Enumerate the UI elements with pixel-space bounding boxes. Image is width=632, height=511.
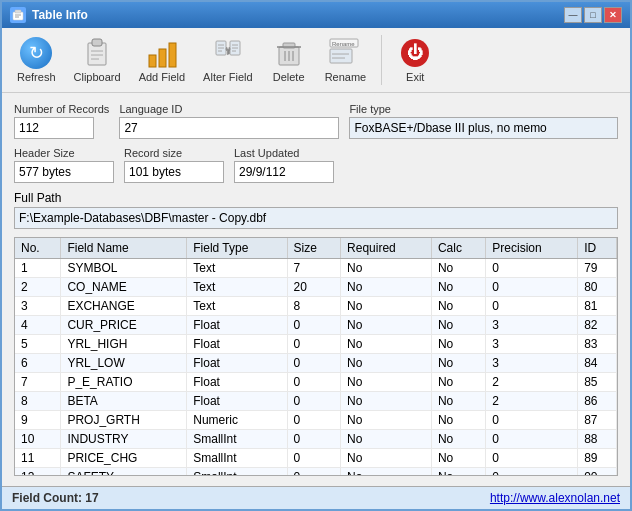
language-id-group: Language ID [119, 103, 339, 139]
minimize-button[interactable]: — [564, 7, 582, 23]
table-cell: Numeric [187, 411, 287, 430]
num-records-label: Number of Records [14, 103, 109, 115]
num-records-group: Number of Records [14, 103, 109, 139]
website-link[interactable]: http://www.alexnolan.net [490, 491, 620, 505]
file-type-group: File type [349, 103, 618, 139]
add-field-icon [146, 37, 178, 69]
table-cell: 3 [486, 354, 578, 373]
table-cell: 0 [287, 335, 341, 354]
record-size-input[interactable] [124, 161, 224, 183]
toolbar-separator [381, 35, 382, 85]
delete-button[interactable]: Delete [264, 32, 314, 88]
main-window: Table Info — □ ✕ Refresh [0, 0, 632, 511]
col-field-name: Field Name [61, 238, 187, 259]
header-size-group: Header Size [14, 147, 114, 183]
table-cell: PRICE_CHG [61, 449, 187, 468]
window-icon [10, 7, 26, 23]
table-cell: 90 [578, 468, 617, 476]
toolbar: Refresh Clipboard [2, 28, 630, 93]
table-cell: SmallInt [187, 449, 287, 468]
file-type-input[interactable] [349, 117, 618, 139]
table-cell: 0 [287, 392, 341, 411]
last-updated-input[interactable] [234, 161, 334, 183]
table-cell: 0 [486, 297, 578, 316]
clipboard-button[interactable]: Clipboard [67, 32, 128, 88]
table-cell: No [431, 392, 485, 411]
table-cell: 86 [578, 392, 617, 411]
delete-icon [273, 37, 305, 69]
table-row[interactable]: 2CO_NAMEText20NoNo080 [15, 278, 617, 297]
table-scroll[interactable]: No. Field Name Field Type Size Required … [15, 238, 617, 475]
exit-label: Exit [406, 71, 424, 83]
table-cell: 0 [287, 468, 341, 476]
table-cell: P_E_RATIO [61, 373, 187, 392]
alter-field-button[interactable]: ◄► Alter Field [196, 32, 260, 88]
table-cell: 85 [578, 373, 617, 392]
table-row[interactable]: 8BETAFloat0NoNo286 [15, 392, 617, 411]
table-cell: No [341, 335, 432, 354]
table-cell: SmallInt [187, 430, 287, 449]
table-row[interactable]: 10INDUSTRYSmallInt0NoNo088 [15, 430, 617, 449]
table-container: No. Field Name Field Type Size Required … [14, 237, 618, 476]
num-records-input[interactable] [14, 117, 94, 139]
table-cell: EXCHANGE [61, 297, 187, 316]
table-cell: 8 [15, 392, 61, 411]
header-size-label: Header Size [14, 147, 114, 159]
table-row[interactable]: 7P_E_RATIOFloat0NoNo285 [15, 373, 617, 392]
table-body: 1SYMBOLText7NoNo0792CO_NAMEText20NoNo080… [15, 259, 617, 476]
table-row[interactable]: 1SYMBOLText7NoNo079 [15, 259, 617, 278]
rename-icon: Rename [329, 37, 361, 69]
table-row[interactable]: 6YRL_LOWFloat0NoNo384 [15, 354, 617, 373]
table-cell: No [431, 259, 485, 278]
record-size-group: Record size [124, 147, 224, 183]
table-cell: 8 [287, 297, 341, 316]
col-precision: Precision [486, 238, 578, 259]
alter-field-label: Alter Field [203, 71, 253, 83]
close-button[interactable]: ✕ [604, 7, 622, 23]
table-cell: No [341, 354, 432, 373]
refresh-button[interactable]: Refresh [10, 32, 63, 88]
last-updated-group: Last Updated [234, 147, 334, 183]
table-cell: SAFETY [61, 468, 187, 476]
table-row[interactable]: 12SAFETYSmallInt0NoNo090 [15, 468, 617, 476]
table-row[interactable]: 11PRICE_CHGSmallInt0NoNo089 [15, 449, 617, 468]
refresh-label: Refresh [17, 71, 56, 83]
table-cell: No [341, 468, 432, 476]
table-cell: SYMBOL [61, 259, 187, 278]
table-cell: BETA [61, 392, 187, 411]
table-cell: No [431, 449, 485, 468]
table-cell: No [431, 468, 485, 476]
rename-button[interactable]: Rename Rename [318, 32, 374, 88]
record-size-label: Record size [124, 147, 224, 159]
table-cell: Float [187, 373, 287, 392]
col-id: ID [578, 238, 617, 259]
table-row[interactable]: 9PROJ_GRTHNumeric0NoNo087 [15, 411, 617, 430]
table-row[interactable]: 5YRL_HIGHFloat0NoNo383 [15, 335, 617, 354]
maximize-button[interactable]: □ [584, 7, 602, 23]
table-cell: 89 [578, 449, 617, 468]
exit-button[interactable]: ⏻ Exit [390, 32, 440, 88]
full-path-input[interactable] [14, 207, 618, 229]
table-cell: 1 [15, 259, 61, 278]
header-size-input[interactable] [14, 161, 114, 183]
table-cell: 0 [287, 373, 341, 392]
table-cell: 7 [287, 259, 341, 278]
svg-rect-11 [169, 43, 176, 67]
table-cell: 81 [578, 297, 617, 316]
table-row[interactable]: 3EXCHANGEText8NoNo081 [15, 297, 617, 316]
table-cell: No [341, 316, 432, 335]
language-id-input[interactable] [119, 117, 339, 139]
add-field-button[interactable]: Add Field [132, 32, 192, 88]
table-row[interactable]: 4CUR_PRICEFloat0NoNo382 [15, 316, 617, 335]
table-cell: 0 [486, 411, 578, 430]
file-type-label: File type [349, 103, 618, 115]
table-cell: No [431, 316, 485, 335]
table-cell: Float [187, 392, 287, 411]
table-cell: 3 [486, 316, 578, 335]
exit-icon: ⏻ [399, 37, 431, 69]
table-cell: 0 [486, 278, 578, 297]
table-cell: SmallInt [187, 468, 287, 476]
table-cell: No [341, 392, 432, 411]
svg-rect-1 [15, 10, 21, 13]
table-cell: No [341, 259, 432, 278]
